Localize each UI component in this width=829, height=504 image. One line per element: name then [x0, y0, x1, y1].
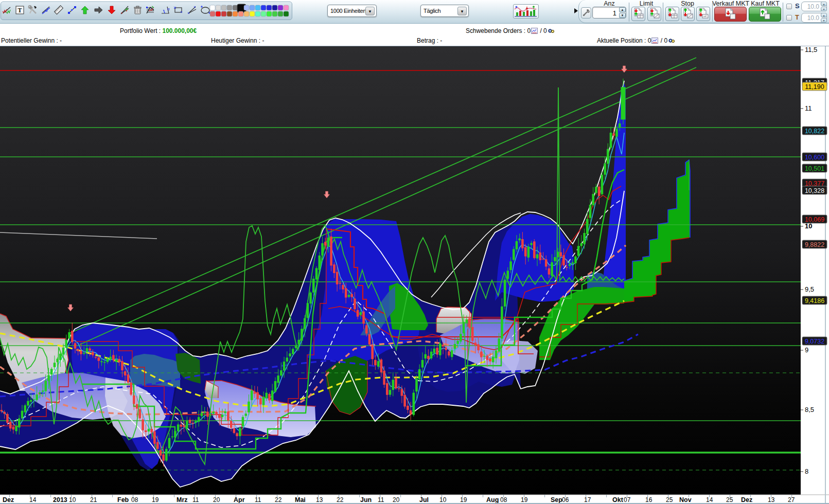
svg-text:08: 08: [500, 496, 507, 503]
svg-text:27: 27: [788, 496, 795, 503]
svg-text:Feb: Feb: [117, 496, 129, 503]
svg-text:19: 19: [460, 496, 467, 503]
svg-text:06: 06: [562, 496, 569, 503]
svg-text:16: 16: [645, 496, 652, 503]
svg-text:11: 11: [805, 104, 812, 112]
svg-text:9,5: 9,5: [805, 285, 814, 293]
svg-text:08: 08: [131, 496, 138, 503]
svg-text:10,377: 10,377: [805, 180, 824, 187]
svg-text:9,8822: 9,8822: [805, 241, 824, 248]
svg-text:Jul: Jul: [419, 496, 429, 503]
svg-text:9,0732: 9,0732: [805, 338, 824, 345]
svg-text:Aug: Aug: [486, 496, 499, 503]
svg-text:Dez: Dez: [3, 496, 14, 503]
svg-text:10,822: 10,822: [805, 128, 824, 135]
svg-text:07: 07: [624, 496, 631, 503]
svg-text:Dez: Dez: [741, 496, 752, 503]
svg-text:11: 11: [192, 496, 199, 503]
svg-text:8: 8: [805, 467, 808, 475]
svg-text:14: 14: [706, 496, 713, 503]
svg-text:9,4186: 9,4186: [805, 297, 824, 304]
svg-text:Jun: Jun: [360, 496, 372, 503]
svg-text:19: 19: [152, 496, 159, 503]
svg-text:Mai: Mai: [295, 496, 306, 503]
svg-text:8,5: 8,5: [805, 406, 814, 413]
svg-text:10: 10: [439, 496, 447, 503]
svg-text:Okt: Okt: [612, 496, 624, 503]
svg-text:10,600: 10,600: [805, 154, 824, 161]
svg-text:Mrz: Mrz: [177, 496, 188, 503]
svg-text:21: 21: [90, 496, 97, 503]
svg-text:22: 22: [275, 496, 282, 503]
svg-text:20: 20: [393, 496, 400, 503]
svg-text:25: 25: [666, 496, 673, 503]
svg-text:10: 10: [69, 496, 76, 503]
svg-text:25: 25: [726, 496, 733, 503]
svg-text:2013: 2013: [53, 496, 67, 503]
svg-text:10,501: 10,501: [805, 165, 824, 172]
svg-text:11,5: 11,5: [805, 46, 817, 53]
svg-text:9: 9: [805, 346, 808, 354]
svg-text:17: 17: [584, 496, 591, 503]
svg-text:11: 11: [378, 496, 384, 503]
svg-text:Sep: Sep: [551, 496, 562, 503]
svg-text:Nov: Nov: [679, 496, 692, 503]
svg-text:13: 13: [316, 496, 323, 503]
svg-text:11: 11: [255, 496, 261, 503]
svg-text:11,190: 11,190: [805, 83, 824, 91]
svg-text:10,328: 10,328: [805, 187, 824, 194]
svg-text:10,069: 10,069: [805, 216, 824, 223]
svg-text:14: 14: [29, 496, 37, 503]
svg-text:13: 13: [768, 496, 775, 503]
svg-text:22: 22: [337, 496, 344, 503]
svg-text:19: 19: [521, 496, 528, 503]
svg-text:20: 20: [213, 496, 220, 503]
svg-text:Apr: Apr: [234, 496, 245, 503]
